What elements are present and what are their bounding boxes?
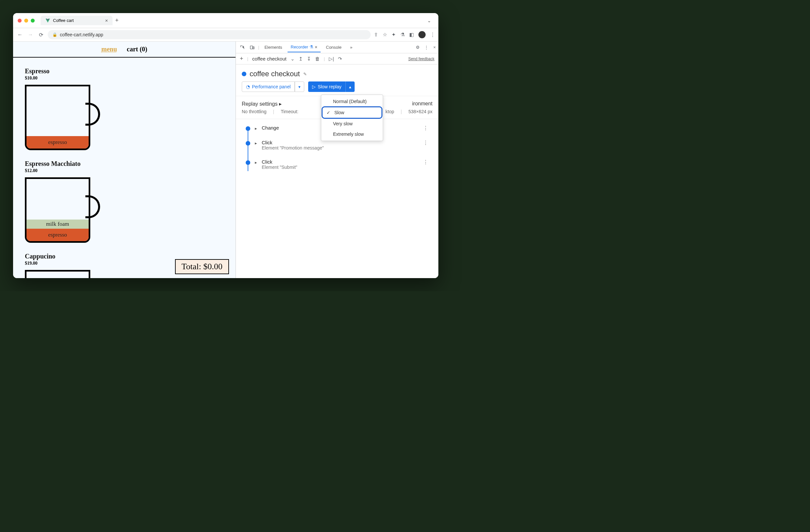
new-tab-button[interactable]: + xyxy=(115,17,119,24)
cup-body: espresso xyxy=(25,85,90,150)
product-card[interactable]: Espresso Macchiato $12.00 milk foamespre… xyxy=(25,160,120,243)
step-over-icon[interactable]: ▷| xyxy=(329,56,334,62)
share-icon[interactable]: ⇪ xyxy=(374,32,378,38)
traffic-lights xyxy=(18,19,35,22)
import-icon[interactable]: ↧ xyxy=(307,56,311,62)
devtools-tabs: | Elements Recorder ⚗ × Console » ⚙ ⋮ × xyxy=(236,42,438,53)
device-toggle-icon[interactable] xyxy=(248,43,256,52)
tab-console[interactable]: Console xyxy=(323,43,345,52)
step-description: Element "Promotion message" xyxy=(262,145,324,150)
speed-slow[interactable]: ✓ Slow xyxy=(323,107,382,118)
performance-panel-dropdown[interactable]: ▾ xyxy=(295,81,304,92)
expand-step-icon[interactable]: ▸ xyxy=(255,126,257,131)
vue-favicon xyxy=(45,18,50,23)
devtools-panel: | Elements Recorder ⚗ × Console » ⚙ ⋮ × … xyxy=(236,42,438,278)
settings-gear-icon[interactable]: ⚙ xyxy=(416,45,420,50)
expand-step-icon[interactable]: ▸ xyxy=(255,141,257,146)
product-name: Cappucino xyxy=(25,253,120,260)
send-feedback-link[interactable]: Send feedback xyxy=(408,57,435,61)
close-tab-icon[interactable]: × xyxy=(105,18,108,23)
inspect-icon[interactable] xyxy=(239,43,246,52)
step-title: Click xyxy=(262,159,297,165)
minimize-window-button[interactable] xyxy=(24,19,28,22)
step-icon[interactable]: ↷ xyxy=(338,56,342,62)
export-icon[interactable]: ↥ xyxy=(299,56,303,62)
step-more-icon[interactable]: ⋮ xyxy=(423,140,428,146)
reload-button[interactable]: ⟳ xyxy=(37,31,45,38)
recording-title: coffee checkout xyxy=(249,70,300,78)
gauge-icon: ◔ xyxy=(246,84,250,89)
expand-step-icon[interactable]: ▸ xyxy=(255,160,257,165)
cup-graphic: milk foamsteamed milkespresso xyxy=(25,270,100,278)
address-bar[interactable]: 🔒 coffee-cart.netlify.app xyxy=(48,30,371,39)
recorder-header: coffee checkout ✎ xyxy=(236,64,438,81)
speed-extremely-slow[interactable]: Extremely slow xyxy=(321,129,383,139)
delete-icon[interactable]: 🗑 xyxy=(315,56,320,62)
profile-avatar[interactable] xyxy=(418,31,426,38)
title-bar: Coffee cart × + ⌄ xyxy=(13,13,438,28)
url-actions: ⇪ ☆ ✦ ⚗ ◧ ⋮ xyxy=(374,31,435,38)
cup-layer: espresso xyxy=(27,229,88,241)
cup-body: milk foamsteamed milkespresso xyxy=(25,270,90,278)
device-value[interactable]: ktop xyxy=(385,109,394,114)
replay-button[interactable]: ▷ Slow replay xyxy=(308,81,345,92)
content-area: menu cart (0) Espresso $10.00 espresso E… xyxy=(13,42,438,278)
nav-cart-link[interactable]: cart (0) xyxy=(127,46,148,53)
product-name: Espresso Macchiato xyxy=(25,160,120,167)
step-more-icon[interactable]: ⋮ xyxy=(423,125,428,131)
timeout-label[interactable]: Timeout: xyxy=(281,109,298,114)
product-card[interactable]: Cappucino $19.00 milk foamsteamed milkes… xyxy=(25,253,120,278)
bookmark-icon[interactable]: ☆ xyxy=(383,32,387,38)
forward-button[interactable]: → xyxy=(27,31,34,38)
more-tabs-icon[interactable]: » xyxy=(347,43,356,52)
lock-icon: 🔒 xyxy=(52,32,57,37)
tabs-chevron-icon[interactable]: ⌄ xyxy=(425,17,434,25)
panel-icon[interactable]: ◧ xyxy=(409,32,414,38)
replay-settings-label[interactable]: Replay settings ▸ xyxy=(242,101,282,107)
product-price: $12.00 xyxy=(25,168,120,173)
step-description: Element "Submit" xyxy=(262,165,297,170)
kebab-menu-icon[interactable]: ⋮ xyxy=(430,32,435,38)
tab-elements[interactable]: Elements xyxy=(261,43,285,52)
step-dot-icon xyxy=(246,126,250,131)
speed-normal[interactable]: Normal (Default) xyxy=(321,96,383,107)
recorder-toolbar: + | coffee checkout ⌄ ↥ ↧ 🗑 | ▷| ↷ Send … xyxy=(236,53,438,64)
replay-speed-dropdown: Normal (Default) ✓ Slow Very slow Extrem… xyxy=(321,95,383,141)
svg-rect-1 xyxy=(253,47,254,49)
dimensions-value[interactable]: 538×624 px xyxy=(408,109,433,114)
tab-title: Coffee cart xyxy=(53,18,74,23)
product-card[interactable]: Espresso $10.00 espresso xyxy=(25,67,120,150)
tab-recorder[interactable]: Recorder ⚗ × xyxy=(288,43,321,52)
cup-layer: espresso xyxy=(27,136,88,148)
recording-dot-icon xyxy=(242,72,246,76)
extensions-icon[interactable]: ✦ xyxy=(392,32,396,38)
step-title: Change xyxy=(262,125,279,131)
edit-title-icon[interactable]: ✎ xyxy=(303,72,307,77)
cup-graphic: milk foamespresso xyxy=(25,177,100,243)
step-more-icon[interactable]: ⋮ xyxy=(423,159,428,165)
replay-speed-dropdown-button[interactable]: ▴ xyxy=(345,81,355,92)
step-item[interactable]: ▸ Click Element "Promotion message" ⋮ xyxy=(246,140,428,150)
browser-tab[interactable]: Coffee cart × xyxy=(40,16,113,25)
recording-dropdown-icon[interactable]: ⌄ xyxy=(291,56,295,62)
maximize-window-button[interactable] xyxy=(31,19,35,22)
recording-selector[interactable]: coffee checkout xyxy=(252,56,287,62)
play-icon: ▷ xyxy=(312,84,316,89)
devtools-kebab-icon[interactable]: ⋮ xyxy=(424,45,428,50)
labs-icon[interactable]: ⚗ xyxy=(401,32,405,38)
product-price: $10.00 xyxy=(25,76,120,81)
new-recording-button[interactable]: + xyxy=(240,55,243,62)
close-devtools-icon[interactable]: × xyxy=(433,45,436,50)
url-text: coffee-cart.netlify.app xyxy=(60,32,103,37)
cup-handle xyxy=(85,103,100,126)
nav-menu-link[interactable]: menu xyxy=(101,46,117,53)
page-content: menu cart (0) Espresso $10.00 espresso E… xyxy=(13,42,236,278)
throttling-value[interactable]: No throttling xyxy=(242,109,266,114)
speed-very-slow[interactable]: Very slow xyxy=(321,118,383,129)
step-item[interactable]: ▸ Click Element "Submit" ⋮ xyxy=(246,159,428,170)
close-window-button[interactable] xyxy=(18,19,21,22)
performance-panel-button[interactable]: ◔ Performance panel xyxy=(242,81,295,92)
product-price: $19.00 xyxy=(25,261,120,266)
close-recorder-tab-icon[interactable]: × xyxy=(315,45,317,50)
back-button[interactable]: ← xyxy=(16,31,23,38)
